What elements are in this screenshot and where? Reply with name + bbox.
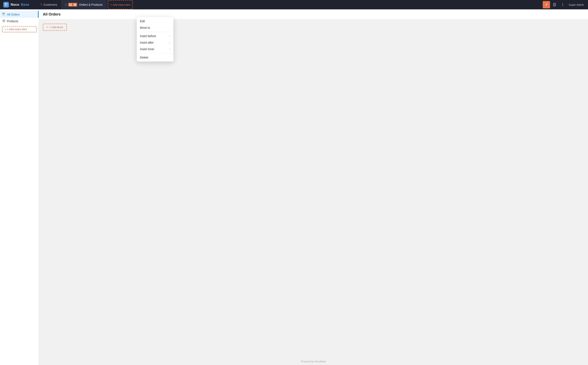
edit-mode-icon[interactable] bbox=[543, 1, 550, 8]
nav-tab-customers[interactable]: ⠿ Customers bbox=[37, 0, 61, 9]
view-toggle-group bbox=[68, 3, 77, 7]
svg-rect-6 bbox=[69, 5, 70, 6]
context-menu-delete[interactable]: Delete bbox=[137, 54, 174, 61]
insert-after-chevron-icon: › bbox=[169, 41, 170, 44]
sidebar-item-all-orders-label: All Orders bbox=[7, 13, 20, 16]
svg-point-17 bbox=[562, 6, 563, 6]
app-body: All Orders Products + + Add menu item Al… bbox=[0, 9, 588, 365]
svg-rect-7 bbox=[71, 5, 72, 6]
context-menu-move-to-label: Move to bbox=[140, 26, 150, 29]
context-menu-edit-label: Edit bbox=[140, 20, 145, 23]
svg-rect-8 bbox=[74, 4, 76, 4]
nav-tab-customers-label: Customers bbox=[44, 3, 57, 6]
nav-right: Super Admin bbox=[540, 1, 588, 8]
svg-rect-9 bbox=[74, 5, 76, 5]
sidebar: All Orders Products + + Add menu item bbox=[0, 9, 39, 365]
sidebar-item-all-orders[interactable]: All Orders bbox=[0, 11, 39, 18]
main-content: All Orders + + Add block Powered by Noco… bbox=[39, 9, 588, 365]
svg-point-16 bbox=[562, 5, 563, 5]
add-block-button[interactable]: + + Add block bbox=[43, 24, 67, 31]
context-menu-insert-inner[interactable]: Insert inner › bbox=[137, 46, 174, 52]
context-menu: Edit Move to Insert before › Insert afte… bbox=[137, 17, 174, 62]
sidebar-item-products[interactable]: Products bbox=[0, 18, 39, 24]
add-block-plus-icon: + bbox=[46, 26, 48, 29]
list-view-icon[interactable] bbox=[73, 3, 77, 7]
svg-rect-19 bbox=[4, 13, 5, 14]
svg-rect-4 bbox=[69, 3, 70, 5]
add-menu-item-plus-icon: + bbox=[110, 3, 112, 6]
nav-tab-orders-products[interactable]: ⊙ bbox=[61, 0, 107, 9]
context-menu-edit[interactable]: Edit bbox=[137, 18, 174, 24]
page-body: + + Add block bbox=[39, 20, 588, 358]
context-menu-divider-2 bbox=[137, 53, 174, 53]
context-menu-insert-before[interactable]: Insert before › bbox=[137, 33, 174, 39]
context-menu-insert-inner-label: Insert inner bbox=[140, 48, 154, 51]
app-logo[interactable]: NocoBase bbox=[0, 2, 37, 7]
context-menu-insert-after-label: Insert after bbox=[140, 41, 154, 44]
context-menu-divider-1 bbox=[137, 32, 174, 32]
context-menu-delete-label: Delete bbox=[140, 56, 148, 59]
more-options-icon[interactable] bbox=[559, 1, 566, 8]
logo-base: Base bbox=[21, 3, 29, 7]
drag-handle-icon: ⠿ bbox=[40, 3, 42, 6]
sidebar-add-menu-label: + Add menu item bbox=[7, 28, 27, 31]
add-menu-plus-icon: + bbox=[5, 28, 6, 31]
svg-point-22 bbox=[3, 20, 5, 22]
svg-rect-20 bbox=[3, 14, 4, 15]
all-orders-icon bbox=[2, 13, 5, 16]
grid-view-icon[interactable] bbox=[68, 3, 73, 7]
svg-rect-2 bbox=[5, 5, 6, 6]
svg-point-23 bbox=[3, 20, 4, 21]
sidebar-add-menu-item[interactable]: + + Add menu item bbox=[2, 26, 36, 32]
logo-icon bbox=[3, 2, 9, 7]
nav-tabs: ⠿ Customers ⊙ bbox=[37, 0, 540, 9]
page-title: All Orders bbox=[43, 12, 584, 16]
svg-rect-0 bbox=[5, 3, 6, 5]
notebook-icon[interactable] bbox=[551, 1, 558, 8]
svg-point-15 bbox=[562, 3, 563, 4]
powered-by-text: Powered by NocoBase bbox=[301, 360, 326, 363]
top-nav: NocoBase ⠿ Customers ⊙ bbox=[0, 0, 588, 9]
add-block-label: + Add block bbox=[49, 26, 63, 29]
add-menu-item-tab[interactable]: + Add menu item bbox=[108, 0, 133, 9]
user-label[interactable]: Super Admin bbox=[567, 3, 586, 6]
svg-rect-18 bbox=[3, 13, 4, 14]
insert-before-chevron-icon: › bbox=[169, 35, 170, 37]
nav-tab-orders-label: Orders & Products bbox=[79, 3, 103, 6]
context-menu-insert-before-label: Insert before bbox=[140, 35, 156, 38]
svg-rect-3 bbox=[6, 5, 7, 6]
svg-rect-1 bbox=[6, 3, 7, 5]
orders-tab-icon: ⊙ bbox=[65, 3, 67, 6]
insert-inner-chevron-icon: › bbox=[169, 48, 170, 50]
page-header: All Orders bbox=[39, 9, 588, 20]
svg-rect-5 bbox=[71, 3, 72, 5]
svg-rect-10 bbox=[74, 5, 76, 6]
products-icon bbox=[2, 19, 5, 23]
add-menu-item-tab-label: Add menu item bbox=[113, 3, 130, 6]
context-menu-insert-after[interactable]: Insert after › bbox=[137, 39, 174, 46]
svg-rect-21 bbox=[4, 14, 5, 15]
footer: Powered by NocoBase bbox=[39, 358, 588, 365]
sidebar-item-products-label: Products bbox=[7, 20, 18, 23]
context-menu-move-to[interactable]: Move to bbox=[137, 24, 174, 31]
logo-noco: Noco bbox=[11, 3, 19, 7]
